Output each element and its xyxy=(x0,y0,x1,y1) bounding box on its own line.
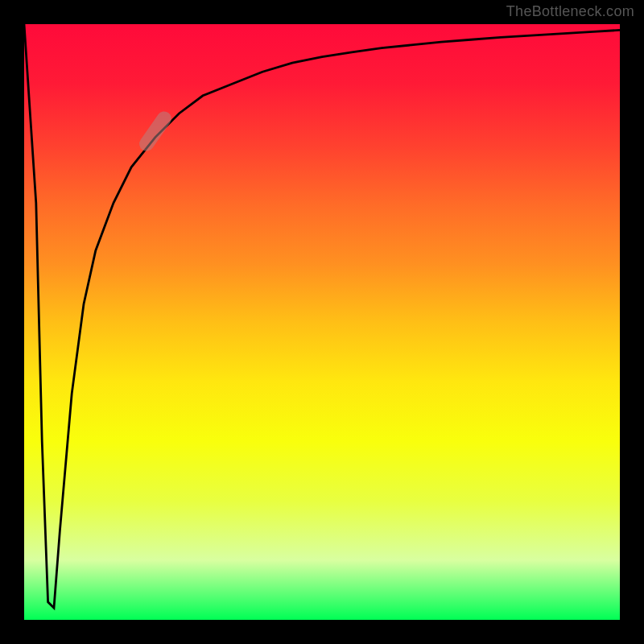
chart-frame: TheBottleneck.com xyxy=(0,0,644,644)
bottleneck-curve xyxy=(24,24,620,620)
plot-area xyxy=(24,24,620,620)
watermark-text: TheBottleneck.com xyxy=(506,3,634,20)
